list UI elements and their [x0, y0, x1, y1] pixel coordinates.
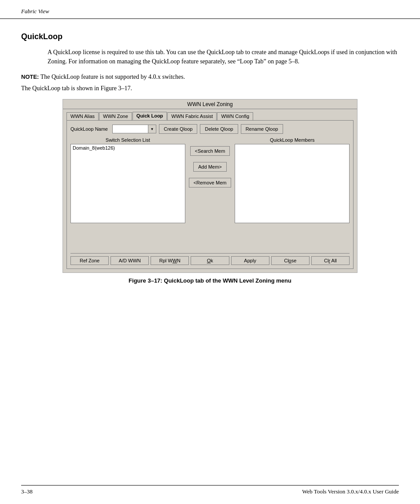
screenshot-container: WWN Level Zoning WWN Alias WWN Zone Quic… — [63, 99, 357, 273]
page-header: Fabric View — [0, 0, 420, 19]
quickloop-members-list[interactable] — [235, 144, 350, 223]
search-mem-button[interactable]: <Search Mem — [190, 146, 230, 156]
footer-right: Web Tools Version 3.0.x/4.0.x User Guide — [302, 488, 399, 495]
left-panel-label: Switch Selection List — [70, 137, 185, 143]
quickloop-name-label: QuickLoop Name — [70, 126, 108, 132]
delete-qloop-button[interactable]: Delete Qloop — [200, 124, 238, 134]
right-panel-label: QuickLoop Members — [235, 137, 350, 143]
quickloop-name-combo[interactable]: ▼ — [112, 125, 156, 133]
middle-buttons: <Search Mem Add Mem> <Remove Mem — [189, 137, 232, 223]
ad-wwn-button[interactable]: A/D WWN — [111, 256, 149, 265]
clr-all-button[interactable]: Clr All — [311, 256, 350, 265]
panels-row: Switch Selection List Domain_8(web126) <… — [70, 137, 350, 223]
bottom-button-bar: Ref Zone A/D WWN Rpl WWN Ok Apply — [70, 253, 350, 265]
figure-caption: Figure 3–17: QuickLoop tab of the WWN Le… — [21, 277, 399, 284]
dialog-body: WWN Alias WWN Zone Quick Loop WWN Fabric… — [63, 109, 357, 272]
tab-bar: WWN Alias WWN Zone Quick Loop WWN Fabric… — [66, 112, 354, 120]
note-content: The QuickLoop feature is not supported b… — [39, 74, 185, 80]
dialog-title: WWN Level Zoning — [187, 101, 232, 107]
left-panel: Switch Selection List Domain_8(web126) — [70, 137, 185, 223]
main-content: QuickLoop A QuickLoop license is require… — [0, 19, 420, 310]
tab-quick-loop[interactable]: Quick Loop — [133, 112, 167, 120]
dialog-titlebar: WWN Level Zoning — [63, 99, 357, 109]
header-text: Fabric View — [21, 8, 49, 15]
note-label: NOTE: — [21, 74, 39, 80]
remove-mem-button[interactable]: <Remove Mem — [189, 178, 232, 188]
apply-button[interactable]: Apply — [231, 256, 269, 265]
body-paragraph: A QuickLoop license is required to use t… — [48, 48, 399, 66]
tab-content: QuickLoop Name ▼ Create Qloop Delete Qlo… — [66, 120, 354, 269]
form-row: QuickLoop Name ▼ Create Qloop Delete Qlo… — [70, 124, 350, 134]
add-mem-button[interactable]: Add Mem> — [193, 162, 227, 172]
close-button[interactable]: Close — [271, 256, 309, 265]
tab-wwn-fabric-assist[interactable]: WWN Fabric Assist — [167, 112, 217, 120]
rpl-wwn-button[interactable]: Rpl WWN — [151, 256, 189, 265]
figure-intro: The QuickLoop tab is shown in Figure 3–1… — [21, 85, 399, 92]
spacer — [70, 223, 350, 250]
page-footer: 3–38 Web Tools Version 3.0.x/4.0.x User … — [21, 485, 399, 495]
ref-zone-button[interactable]: Ref Zone — [70, 256, 109, 265]
tab-wwn-config[interactable]: WWN Config — [217, 112, 253, 120]
section-title: QuickLoop — [21, 32, 399, 41]
rename-qloop-button[interactable]: Rename Qloop — [241, 124, 283, 134]
switch-selection-list[interactable]: Domain_8(web126) — [70, 144, 185, 223]
footer-left: 3–38 — [21, 488, 33, 495]
tab-wwn-alias[interactable]: WWN Alias — [66, 112, 99, 120]
combo-arrow-icon[interactable]: ▼ — [148, 125, 156, 133]
tab-wwn-zone[interactable]: WWN Zone — [99, 112, 132, 120]
note-paragraph: NOTE: The QuickLoop feature is not suppo… — [21, 72, 399, 81]
ok-button[interactable]: Ok — [191, 256, 229, 265]
right-panel: QuickLoop Members — [235, 137, 350, 223]
list-item[interactable]: Domain_8(web126) — [71, 144, 185, 151]
create-qloop-button[interactable]: Create Qloop — [159, 124, 197, 134]
